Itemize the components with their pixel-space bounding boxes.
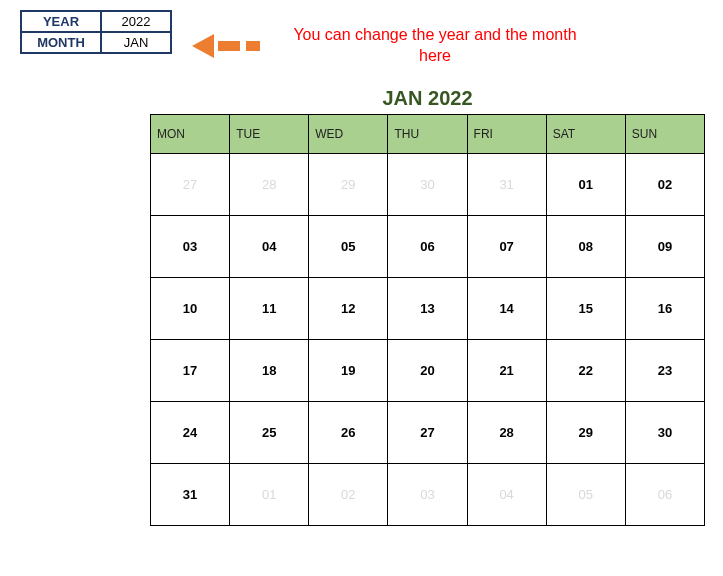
- calendar-day[interactable]: 26: [309, 401, 388, 463]
- weekday-header: SUN: [625, 114, 704, 153]
- calendar-day[interactable]: 16: [625, 277, 704, 339]
- month-label: MONTH: [21, 32, 101, 53]
- weekday-header: TUE: [230, 114, 309, 153]
- calendar-row: 10111213141516: [151, 277, 705, 339]
- calendar-row: 03040506070809: [151, 215, 705, 277]
- year-input[interactable]: 2022: [101, 11, 171, 32]
- calendar-day[interactable]: 08: [546, 215, 625, 277]
- calendar-day[interactable]: 03: [388, 463, 467, 525]
- calendar-day[interactable]: 27: [151, 153, 230, 215]
- calendar-day[interactable]: 18: [230, 339, 309, 401]
- calendar-row: 24252627282930: [151, 401, 705, 463]
- calendar-row: 27282930310102: [151, 153, 705, 215]
- weekday-header: WED: [309, 114, 388, 153]
- calendar-day[interactable]: 22: [546, 339, 625, 401]
- calendar-day[interactable]: 20: [388, 339, 467, 401]
- calendar-day[interactable]: 28: [467, 401, 546, 463]
- calendar-row: 31010203040506: [151, 463, 705, 525]
- calendar-grid: MONTUEWEDTHUFRISATSUN 272829303101020304…: [150, 114, 705, 526]
- calendar-day[interactable]: 06: [388, 215, 467, 277]
- calendar-day[interactable]: 04: [230, 215, 309, 277]
- calendar-day[interactable]: 05: [309, 215, 388, 277]
- weekday-header: MON: [151, 114, 230, 153]
- calendar-day[interactable]: 02: [309, 463, 388, 525]
- calendar-day[interactable]: 12: [309, 277, 388, 339]
- calendar-day[interactable]: 01: [230, 463, 309, 525]
- calendar-day[interactable]: 06: [625, 463, 704, 525]
- calendar-day[interactable]: 31: [151, 463, 230, 525]
- calendar-day[interactable]: 27: [388, 401, 467, 463]
- calendar-day[interactable]: 11: [230, 277, 309, 339]
- calendar-day[interactable]: 04: [467, 463, 546, 525]
- calendar-day[interactable]: 19: [309, 339, 388, 401]
- calendar-day[interactable]: 30: [625, 401, 704, 463]
- calendar-day[interactable]: 05: [546, 463, 625, 525]
- calendar-day[interactable]: 10: [151, 277, 230, 339]
- calendar-day[interactable]: 28: [230, 153, 309, 215]
- calendar-day[interactable]: 15: [546, 277, 625, 339]
- year-label: YEAR: [21, 11, 101, 32]
- calendar-day[interactable]: 14: [467, 277, 546, 339]
- calendar-day[interactable]: 31: [467, 153, 546, 215]
- calendar-day[interactable]: 29: [309, 153, 388, 215]
- calendar-day[interactable]: 30: [388, 153, 467, 215]
- calendar-day[interactable]: 17: [151, 339, 230, 401]
- calendar-title: JAN 2022: [150, 87, 705, 110]
- month-input[interactable]: JAN: [101, 32, 171, 53]
- weekday-header: THU: [388, 114, 467, 153]
- arrow-left-icon: [192, 34, 260, 58]
- calendar-day[interactable]: 21: [467, 339, 546, 401]
- calendar-day[interactable]: 09: [625, 215, 704, 277]
- calendar-day[interactable]: 23: [625, 339, 704, 401]
- weekday-header: SAT: [546, 114, 625, 153]
- calendar-day[interactable]: 01: [546, 153, 625, 215]
- weekday-header: FRI: [467, 114, 546, 153]
- calendar-day[interactable]: 02: [625, 153, 704, 215]
- calendar-day[interactable]: 03: [151, 215, 230, 277]
- calendar-day[interactable]: 13: [388, 277, 467, 339]
- calendar-day[interactable]: 29: [546, 401, 625, 463]
- calendar-row: 17181920212223: [151, 339, 705, 401]
- hint-text: You can change the year and the month he…: [290, 25, 580, 67]
- calendar-day[interactable]: 24: [151, 401, 230, 463]
- year-month-inputs: YEAR 2022 MONTH JAN: [20, 10, 172, 54]
- calendar-day[interactable]: 07: [467, 215, 546, 277]
- calendar-day[interactable]: 25: [230, 401, 309, 463]
